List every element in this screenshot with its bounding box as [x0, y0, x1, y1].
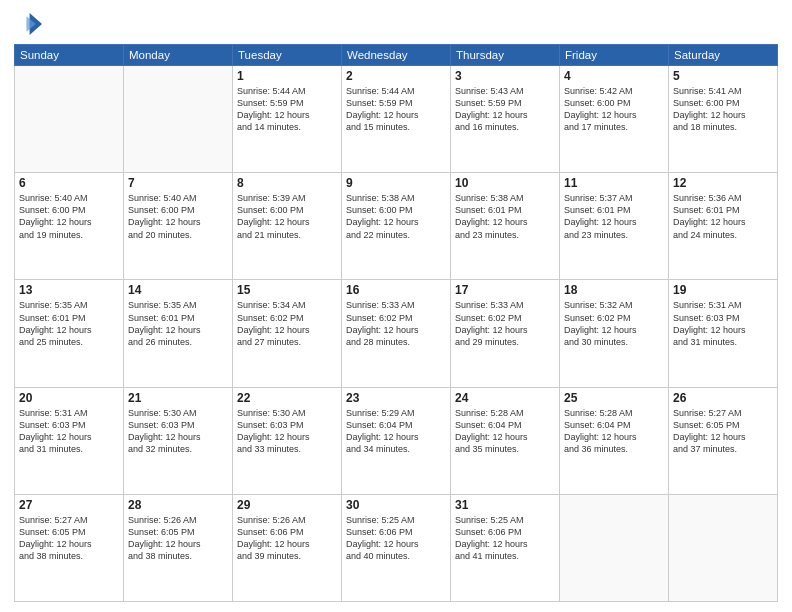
- day-number: 13: [19, 283, 119, 297]
- day-cell: 1Sunrise: 5:44 AM Sunset: 5:59 PM Daylig…: [233, 66, 342, 173]
- day-info: Sunrise: 5:32 AM Sunset: 6:02 PM Dayligh…: [564, 299, 664, 348]
- day-info: Sunrise: 5:28 AM Sunset: 6:04 PM Dayligh…: [455, 407, 555, 456]
- day-number: 15: [237, 283, 337, 297]
- day-info: Sunrise: 5:35 AM Sunset: 6:01 PM Dayligh…: [19, 299, 119, 348]
- day-cell: 23Sunrise: 5:29 AM Sunset: 6:04 PM Dayli…: [342, 387, 451, 494]
- day-cell: 21Sunrise: 5:30 AM Sunset: 6:03 PM Dayli…: [124, 387, 233, 494]
- day-info: Sunrise: 5:34 AM Sunset: 6:02 PM Dayligh…: [237, 299, 337, 348]
- day-cell: 18Sunrise: 5:32 AM Sunset: 6:02 PM Dayli…: [560, 280, 669, 387]
- day-info: Sunrise: 5:36 AM Sunset: 6:01 PM Dayligh…: [673, 192, 773, 241]
- day-info: Sunrise: 5:28 AM Sunset: 6:04 PM Dayligh…: [564, 407, 664, 456]
- day-cell: 25Sunrise: 5:28 AM Sunset: 6:04 PM Dayli…: [560, 387, 669, 494]
- day-cell: 14Sunrise: 5:35 AM Sunset: 6:01 PM Dayli…: [124, 280, 233, 387]
- logo-icon: [14, 10, 42, 38]
- day-number: 19: [673, 283, 773, 297]
- week-row-2: 6Sunrise: 5:40 AM Sunset: 6:00 PM Daylig…: [15, 173, 778, 280]
- day-cell: 4Sunrise: 5:42 AM Sunset: 6:00 PM Daylig…: [560, 66, 669, 173]
- col-header-tuesday: Tuesday: [233, 45, 342, 66]
- day-cell: 6Sunrise: 5:40 AM Sunset: 6:00 PM Daylig…: [15, 173, 124, 280]
- day-number: 2: [346, 69, 446, 83]
- day-cell: 3Sunrise: 5:43 AM Sunset: 5:59 PM Daylig…: [451, 66, 560, 173]
- day-cell: 11Sunrise: 5:37 AM Sunset: 6:01 PM Dayli…: [560, 173, 669, 280]
- day-number: 6: [19, 176, 119, 190]
- day-cell: [124, 66, 233, 173]
- col-header-saturday: Saturday: [669, 45, 778, 66]
- day-info: Sunrise: 5:41 AM Sunset: 6:00 PM Dayligh…: [673, 85, 773, 134]
- day-info: Sunrise: 5:38 AM Sunset: 6:01 PM Dayligh…: [455, 192, 555, 241]
- day-info: Sunrise: 5:25 AM Sunset: 6:06 PM Dayligh…: [346, 514, 446, 563]
- col-header-monday: Monday: [124, 45, 233, 66]
- day-number: 28: [128, 498, 228, 512]
- day-cell: 30Sunrise: 5:25 AM Sunset: 6:06 PM Dayli…: [342, 494, 451, 601]
- week-row-3: 13Sunrise: 5:35 AM Sunset: 6:01 PM Dayli…: [15, 280, 778, 387]
- day-number: 8: [237, 176, 337, 190]
- week-row-1: 1Sunrise: 5:44 AM Sunset: 5:59 PM Daylig…: [15, 66, 778, 173]
- day-number: 27: [19, 498, 119, 512]
- day-info: Sunrise: 5:42 AM Sunset: 6:00 PM Dayligh…: [564, 85, 664, 134]
- day-number: 29: [237, 498, 337, 512]
- day-info: Sunrise: 5:38 AM Sunset: 6:00 PM Dayligh…: [346, 192, 446, 241]
- calendar-header-row: SundayMondayTuesdayWednesdayThursdayFrid…: [15, 45, 778, 66]
- day-cell: [560, 494, 669, 601]
- day-cell: 16Sunrise: 5:33 AM Sunset: 6:02 PM Dayli…: [342, 280, 451, 387]
- day-info: Sunrise: 5:26 AM Sunset: 6:06 PM Dayligh…: [237, 514, 337, 563]
- day-info: Sunrise: 5:30 AM Sunset: 6:03 PM Dayligh…: [128, 407, 228, 456]
- day-number: 16: [346, 283, 446, 297]
- day-cell: 8Sunrise: 5:39 AM Sunset: 6:00 PM Daylig…: [233, 173, 342, 280]
- day-info: Sunrise: 5:37 AM Sunset: 6:01 PM Dayligh…: [564, 192, 664, 241]
- day-info: Sunrise: 5:39 AM Sunset: 6:00 PM Dayligh…: [237, 192, 337, 241]
- day-info: Sunrise: 5:40 AM Sunset: 6:00 PM Dayligh…: [19, 192, 119, 241]
- logo: [14, 10, 46, 38]
- day-cell: 13Sunrise: 5:35 AM Sunset: 6:01 PM Dayli…: [15, 280, 124, 387]
- day-cell: 9Sunrise: 5:38 AM Sunset: 6:00 PM Daylig…: [342, 173, 451, 280]
- day-cell: 22Sunrise: 5:30 AM Sunset: 6:03 PM Dayli…: [233, 387, 342, 494]
- day-info: Sunrise: 5:40 AM Sunset: 6:00 PM Dayligh…: [128, 192, 228, 241]
- day-number: 10: [455, 176, 555, 190]
- calendar-table: SundayMondayTuesdayWednesdayThursdayFrid…: [14, 44, 778, 602]
- day-info: Sunrise: 5:44 AM Sunset: 5:59 PM Dayligh…: [346, 85, 446, 134]
- day-cell: 24Sunrise: 5:28 AM Sunset: 6:04 PM Dayli…: [451, 387, 560, 494]
- day-info: Sunrise: 5:33 AM Sunset: 6:02 PM Dayligh…: [455, 299, 555, 348]
- day-cell: 28Sunrise: 5:26 AM Sunset: 6:05 PM Dayli…: [124, 494, 233, 601]
- day-number: 25: [564, 391, 664, 405]
- day-info: Sunrise: 5:33 AM Sunset: 6:02 PM Dayligh…: [346, 299, 446, 348]
- day-info: Sunrise: 5:30 AM Sunset: 6:03 PM Dayligh…: [237, 407, 337, 456]
- day-number: 3: [455, 69, 555, 83]
- day-info: Sunrise: 5:27 AM Sunset: 6:05 PM Dayligh…: [673, 407, 773, 456]
- day-number: 12: [673, 176, 773, 190]
- day-info: Sunrise: 5:27 AM Sunset: 6:05 PM Dayligh…: [19, 514, 119, 563]
- day-number: 14: [128, 283, 228, 297]
- col-header-friday: Friday: [560, 45, 669, 66]
- day-cell: 5Sunrise: 5:41 AM Sunset: 6:00 PM Daylig…: [669, 66, 778, 173]
- day-number: 9: [346, 176, 446, 190]
- day-cell: 10Sunrise: 5:38 AM Sunset: 6:01 PM Dayli…: [451, 173, 560, 280]
- day-cell: 15Sunrise: 5:34 AM Sunset: 6:02 PM Dayli…: [233, 280, 342, 387]
- day-number: 11: [564, 176, 664, 190]
- day-number: 18: [564, 283, 664, 297]
- day-cell: 19Sunrise: 5:31 AM Sunset: 6:03 PM Dayli…: [669, 280, 778, 387]
- day-cell: 20Sunrise: 5:31 AM Sunset: 6:03 PM Dayli…: [15, 387, 124, 494]
- day-cell: 12Sunrise: 5:36 AM Sunset: 6:01 PM Dayli…: [669, 173, 778, 280]
- day-cell: 29Sunrise: 5:26 AM Sunset: 6:06 PM Dayli…: [233, 494, 342, 601]
- day-info: Sunrise: 5:44 AM Sunset: 5:59 PM Dayligh…: [237, 85, 337, 134]
- day-number: 23: [346, 391, 446, 405]
- week-row-4: 20Sunrise: 5:31 AM Sunset: 6:03 PM Dayli…: [15, 387, 778, 494]
- day-cell: 27Sunrise: 5:27 AM Sunset: 6:05 PM Dayli…: [15, 494, 124, 601]
- day-cell: 7Sunrise: 5:40 AM Sunset: 6:00 PM Daylig…: [124, 173, 233, 280]
- day-info: Sunrise: 5:29 AM Sunset: 6:04 PM Dayligh…: [346, 407, 446, 456]
- col-header-sunday: Sunday: [15, 45, 124, 66]
- day-number: 1: [237, 69, 337, 83]
- day-number: 17: [455, 283, 555, 297]
- day-cell: [15, 66, 124, 173]
- page: SundayMondayTuesdayWednesdayThursdayFrid…: [0, 0, 792, 612]
- day-info: Sunrise: 5:31 AM Sunset: 6:03 PM Dayligh…: [673, 299, 773, 348]
- day-cell: [669, 494, 778, 601]
- day-number: 7: [128, 176, 228, 190]
- col-header-wednesday: Wednesday: [342, 45, 451, 66]
- day-info: Sunrise: 5:25 AM Sunset: 6:06 PM Dayligh…: [455, 514, 555, 563]
- day-number: 22: [237, 391, 337, 405]
- day-info: Sunrise: 5:31 AM Sunset: 6:03 PM Dayligh…: [19, 407, 119, 456]
- day-number: 5: [673, 69, 773, 83]
- day-cell: 2Sunrise: 5:44 AM Sunset: 5:59 PM Daylig…: [342, 66, 451, 173]
- day-info: Sunrise: 5:26 AM Sunset: 6:05 PM Dayligh…: [128, 514, 228, 563]
